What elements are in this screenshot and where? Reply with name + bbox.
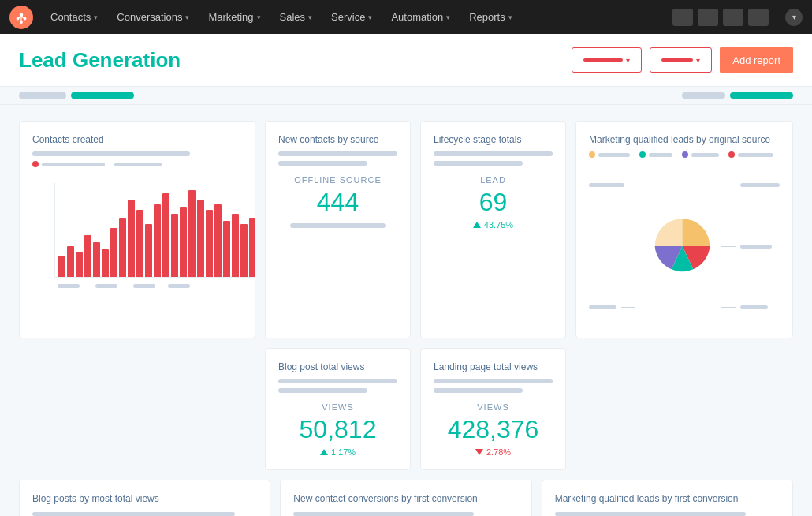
down-triangle-icon [475, 449, 483, 455]
bar-item [214, 204, 222, 277]
pie-label-pill-4 [740, 245, 772, 249]
landing-page-change: 2.78% [434, 447, 553, 457]
chevron-down-icon: ▾ [257, 13, 261, 21]
bar-item [223, 221, 230, 277]
nav-service[interactable]: Service ▾ [323, 0, 380, 34]
bar-chart-x-labels [54, 284, 255, 288]
bar-item [76, 252, 83, 277]
ncl-1 [293, 512, 473, 516]
bar-chart [54, 183, 255, 278]
nav-help-icon[interactable]: ▾ [785, 9, 803, 26]
blog-posts-lines [32, 512, 257, 516]
nav-conversations[interactable]: Conversations ▾ [109, 0, 197, 34]
date-range-button[interactable]: ▾ [572, 47, 642, 73]
x-label-1 [58, 284, 80, 288]
bar-item [145, 224, 152, 277]
marketing-qualified-bottom-title: Marketing qualified leads by first conve… [555, 493, 780, 504]
pie-label-pill-1 [589, 183, 624, 187]
date-pill-inactive[interactable] [19, 92, 66, 99]
landing-page-title: Landing page total views [434, 361, 553, 372]
blog-post-card: Blog post total views VIEWS 50,812 1.17% [265, 348, 411, 470]
legend-item-4 [728, 151, 773, 158]
chevron-down-icon: ▾ [446, 13, 450, 21]
lp-line-1 [434, 379, 553, 383]
bar-item [249, 218, 255, 277]
bar-item [232, 214, 239, 277]
landing-page-card: Landing page total views VIEWS 428,376 2… [420, 348, 566, 470]
legend-item-2 [639, 151, 672, 158]
lp-line-2 [434, 388, 523, 393]
mini-legend [32, 161, 242, 167]
lifecycle-value: 69 [434, 188, 553, 217]
main-content: Contacts created [0, 105, 812, 516]
pie-label-pill-3 [740, 183, 780, 187]
legend-dot-red2 [728, 151, 735, 158]
hubspot-logo[interactable] [9, 6, 33, 29]
bottom-cards-grid: Blog posts by most total views New conta… [19, 480, 793, 516]
filter-pill-1[interactable] [682, 92, 725, 99]
nc-line-3 [290, 223, 386, 228]
date-range-label: ▾ [583, 56, 630, 65]
filter-pill-2[interactable] [730, 92, 793, 99]
bar-item [206, 210, 213, 277]
chevron-down-icon: ▾ [368, 13, 372, 21]
filter-right [682, 92, 793, 99]
pie-legend [589, 151, 780, 158]
bl-1 [32, 512, 235, 516]
bar-item [154, 204, 161, 277]
new-contacts-value: 444 [278, 188, 397, 217]
nav-divider [777, 9, 777, 26]
lc-line-1 [434, 151, 553, 156]
pie-label-pill-2 [589, 305, 616, 309]
bar-item [171, 214, 178, 277]
pie-label-right-1 [721, 183, 780, 187]
x-label-3 [133, 284, 155, 288]
up-triangle-icon [473, 222, 481, 228]
nav-icon-1[interactable] [672, 9, 693, 26]
up-triangle-icon-2 [320, 449, 328, 455]
legend-dot-purple [682, 151, 688, 158]
nav-reports[interactable]: Reports ▾ [461, 0, 520, 34]
nav-marketing[interactable]: Marketing ▾ [200, 0, 268, 34]
chevron-down-icon: ▾ [94, 13, 98, 21]
card-line-1 [32, 151, 190, 156]
blog-post-change: 1.17% [278, 447, 397, 457]
nav-icon-2[interactable] [698, 9, 718, 26]
filter-label: ▾ [661, 56, 700, 65]
pie-segment-yellow2 [655, 219, 683, 246]
new-contacts-title: New contacts by source [278, 134, 397, 145]
nav-icon-3[interactable] [723, 9, 743, 26]
marketing-qualified-card: Marketing qualified leads by original so… [575, 121, 793, 338]
pie-connector-4 [721, 246, 736, 247]
legend-line-2 [114, 163, 162, 166]
new-contact-conversions-title: New contact conversions by first convers… [293, 493, 518, 504]
blog-post-label: VIEWS [278, 402, 397, 412]
legend-item-1 [589, 151, 630, 158]
date-pill-active[interactable] [71, 92, 134, 99]
pie-label-right-2 [721, 245, 780, 249]
second-row: Blog post total views VIEWS 50,812 1.17%… [19, 348, 793, 470]
contacts-created-card: Contacts created [19, 121, 255, 338]
pie-label-left-1 [589, 183, 643, 187]
pie-label-right-3 [721, 305, 780, 309]
mql-1 [555, 512, 747, 516]
nav-contacts[interactable]: Contacts ▾ [43, 0, 106, 34]
nav-sales[interactable]: Sales ▾ [272, 0, 321, 34]
add-report-button[interactable]: Add report [720, 47, 793, 73]
pie-chart-svg [651, 179, 713, 313]
nav-icon-4[interactable] [748, 9, 769, 26]
filter-bar [0, 87, 812, 105]
chevron-down-icon: ▾ [508, 13, 512, 21]
pie-chart-container [589, 167, 780, 325]
bar-item [58, 256, 65, 277]
marketing-qualified-lines [555, 512, 780, 516]
legend-dot-yellow [589, 151, 595, 158]
x-label-2 [95, 284, 117, 288]
filter-button[interactable]: ▾ [650, 47, 712, 73]
top-navigation: Contacts ▾ Conversations ▾ Marketing ▾ S… [0, 0, 812, 34]
pie-label-left-2 [589, 305, 643, 309]
nav-right-icons: ▾ [672, 9, 803, 26]
bar-item [110, 228, 117, 277]
nav-automation[interactable]: Automation ▾ [383, 0, 458, 34]
legend-dot-red [32, 161, 39, 167]
